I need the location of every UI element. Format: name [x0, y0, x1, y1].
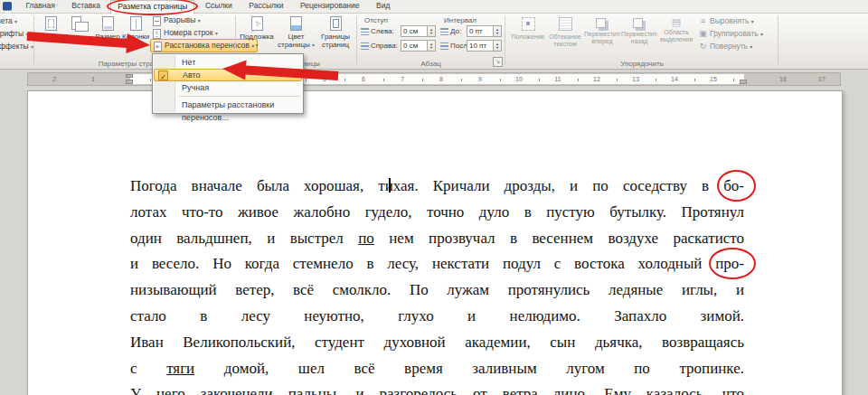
- left-indent-marker[interactable]: [126, 80, 133, 84]
- tab-insert[interactable]: Вставка: [65, 0, 107, 12]
- chevron-down-icon: [750, 42, 752, 51]
- ruler-number: 14: [669, 73, 680, 86]
- text-segment: с: [130, 360, 166, 377]
- line-numbers-button[interactable]: Номера строк: [153, 27, 218, 39]
- breaks-button[interactable]: Разрывы: [153, 14, 201, 26]
- paragraph-dialog-launcher-icon[interactable]: [493, 57, 503, 67]
- margins-icon: [45, 16, 57, 31]
- spacing-before-value[interactable]: 0 пт: [467, 25, 494, 37]
- chevron-down-icon: [106, 41, 108, 49]
- tab-review[interactable]: Рецензирование: [294, 0, 366, 12]
- document-text[interactable]: Погода вначале была хорошая, тихая. Крич…: [130, 174, 744, 395]
- theme-fonts-button[interactable]: Шрифты: [0, 28, 28, 40]
- text-line[interactable]: и весело. Но когда стемнело в лесу, некс…: [130, 251, 744, 277]
- text-line[interactable]: один вальдшнеп, и выстрел по нем прозвуч…: [130, 226, 744, 252]
- spacing-before-stepper[interactable]: 0 пт: [467, 25, 502, 37]
- indent-right-row: Справа:: [361, 40, 398, 52]
- app-logo-icon[interactable]: [3, 2, 12, 11]
- ruler-tick: [617, 79, 618, 81]
- line-numbers-icon: [153, 29, 161, 39]
- columns-button[interactable]: Колонки: [122, 14, 149, 56]
- page-borders-button[interactable]: Границы страниц: [316, 14, 354, 56]
- theme-colors-button[interactable]: Цвета: [0, 15, 17, 27]
- horizontal-ruler: 211234567891011121314151617: [27, 72, 841, 86]
- tab-page-layout[interactable]: Разметка страницы: [110, 0, 194, 14]
- columns-label: Колонки: [122, 33, 149, 41]
- tab-home[interactable]: Главная: [19, 0, 61, 12]
- indent-left-label: Слева:: [371, 27, 394, 35]
- text-line[interactable]: Иван Великопольский, студент духовной ак…: [130, 330, 744, 356]
- tab-mailings[interactable]: Рассылки: [242, 0, 289, 12]
- spinner-arrows-icon[interactable]: [428, 40, 436, 52]
- wrap-text-label: Обтекание текстом: [547, 33, 583, 48]
- line-numbers-label: Номера строк: [164, 28, 213, 37]
- menu-item-none[interactable]: Нет: [154, 56, 302, 69]
- ruler-tick: [733, 79, 734, 81]
- send-backward-button[interactable]: Переместить назад: [621, 14, 657, 56]
- text-line[interactable]: У него закоченели пальцы, и разгорелось …: [130, 381, 744, 395]
- spacing-after-stepper[interactable]: 10 пт: [467, 40, 502, 52]
- indent-right-stepper[interactable]: 0 см: [401, 40, 436, 52]
- chevron-down-icon: [751, 16, 754, 25]
- page-color-label: Цвет страницы: [278, 33, 310, 49]
- text-cursor: [389, 178, 391, 193]
- watermark-label: Подложка: [240, 33, 273, 41]
- ruler-tick: [344, 79, 345, 81]
- chevron-down-icon: [760, 29, 763, 38]
- text-line[interactable]: низывающий ветер, всё смолкло. По лужам …: [130, 277, 744, 304]
- indent-right-value[interactable]: 0 см: [401, 40, 428, 52]
- group-objects-icon: [698, 28, 708, 40]
- chevron-down-icon: [25, 29, 28, 38]
- indent-left-stepper[interactable]: 0 см: [401, 25, 436, 37]
- underlined-word: по: [358, 230, 374, 247]
- size-button[interactable]: Размер: [94, 14, 121, 56]
- indent-left-row: Слева:: [361, 25, 394, 37]
- rotate-button[interactable]: Повернуть: [698, 41, 752, 52]
- right-indent-marker[interactable]: [740, 80, 747, 84]
- page-color-button[interactable]: Цвет страницы: [277, 14, 316, 56]
- ruler-number: 17: [816, 73, 827, 86]
- chevron-down-icon: [59, 33, 61, 41]
- spacing-after-value[interactable]: 10 пт: [467, 40, 494, 52]
- wrap-text-button[interactable]: Обтекание текстом: [547, 14, 583, 56]
- first-line-indent-marker[interactable]: [126, 74, 133, 78]
- text-segment: У него закоченели пальцы, и разгорелось …: [130, 385, 744, 395]
- menu-item-hyphenation-options[interactable]: Параметры расстановки переносов...: [154, 99, 302, 111]
- text-line[interactable]: Погода вначале была хорошая, тихая. Крич…: [130, 174, 744, 200]
- menu-item-manual[interactable]: Ручная: [154, 81, 302, 94]
- selection-pane-icon: [672, 16, 681, 28]
- orientation-button[interactable]: Ориентация: [65, 14, 93, 56]
- selection-pane-label: Область выделения: [658, 29, 694, 43]
- text-segment: лотах что-то живое жалобно гудело, точно…: [130, 203, 744, 221]
- bring-forward-label: Переместить вперед: [584, 31, 620, 45]
- spinner-arrows-icon[interactable]: [428, 25, 436, 37]
- bring-forward-button[interactable]: Переместить вперед: [584, 14, 620, 56]
- tab-references[interactable]: Ссылки: [199, 0, 239, 12]
- tab-view[interactable]: Вид: [370, 0, 396, 12]
- selection-pane-button[interactable]: Область выделения: [658, 14, 694, 56]
- group-themes: Цвета Шрифты Эффекты: [0, 13, 33, 69]
- theme-effects-button[interactable]: Эффекты: [0, 41, 33, 52]
- text-line[interactable]: с тяги домой, шел всё время заливным луг…: [130, 356, 744, 382]
- group-objects-button[interactable]: Группировать: [698, 28, 763, 40]
- indent-left-value[interactable]: 0 см: [401, 25, 428, 37]
- menu-item-auto[interactable]: Авто: [154, 69, 302, 81]
- document-page[interactable]: Погода вначале была хорошая, тихая. Крич…: [27, 90, 843, 395]
- watermark-button[interactable]: Подложка: [238, 14, 276, 56]
- chevron-down-icon: [198, 15, 201, 24]
- ruler-number: 10: [514, 73, 524, 86]
- page-borders-label: Границы страниц: [321, 33, 350, 49]
- spinner-arrows-icon[interactable]: [494, 25, 502, 37]
- margins-button[interactable]: Поля: [37, 14, 64, 56]
- ruler-number: 13: [630, 73, 641, 86]
- spinner-arrows-icon[interactable]: [494, 40, 502, 52]
- ruler-number: 15: [708, 73, 719, 86]
- send-backward-label: Переместить назад: [621, 31, 657, 45]
- text-line[interactable]: лотах что-то живое жалобно гудело, точно…: [130, 200, 744, 226]
- margins-label: Поля: [40, 33, 57, 41]
- position-button[interactable]: Положение: [510, 14, 546, 56]
- align-button[interactable]: Выровнять: [698, 15, 754, 27]
- text-line[interactable]: стало в лесу неуютно, глухо и нелюдимо. …: [130, 304, 744, 330]
- group-divider: [778, 16, 778, 65]
- spacing-caption: Интервал: [444, 16, 476, 24]
